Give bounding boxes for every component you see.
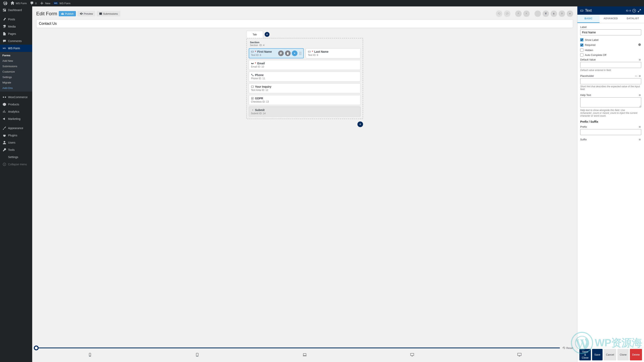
plus-icon (40, 1, 44, 5)
site-name: WS Form (16, 2, 27, 5)
wsform-icon: WS: (54, 2, 58, 5)
wp-logo[interactable] (2, 1, 9, 5)
comments-link[interactable]: 0 (28, 1, 38, 5)
new-label: New (45, 2, 50, 5)
comment-icon (30, 1, 34, 5)
comment-count: 0 (35, 2, 37, 5)
new-link[interactable]: New (38, 1, 52, 5)
home-icon (10, 1, 14, 5)
site-link[interactable]: WS Form (9, 1, 28, 5)
screen-label: WS Form (59, 2, 70, 5)
admin-bar: WS Form 0 New WS:WS Form (0, 0, 644, 6)
screen-link[interactable]: WS:WS Form (52, 2, 72, 5)
wordpress-icon (3, 1, 7, 5)
